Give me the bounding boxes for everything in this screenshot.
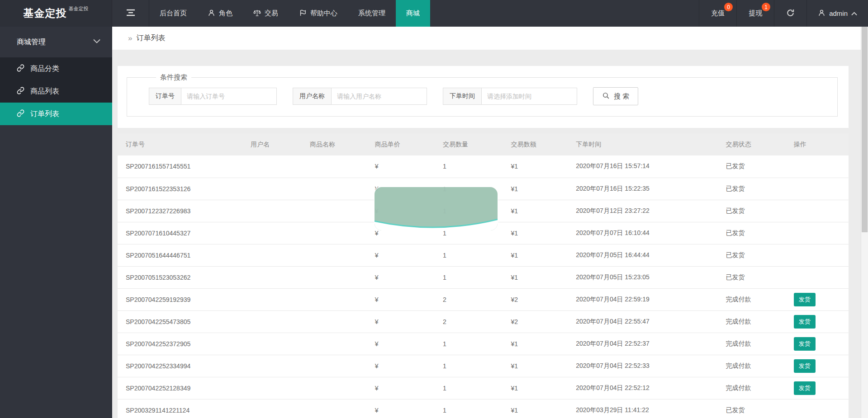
content-area: 条件搜索 订单号 用户名称 下单时间 [112, 50, 868, 418]
cell-amount: ¥1 [511, 333, 576, 355]
ship-button[interactable]: 发货 [794, 337, 816, 351]
withdraw-label: 提现 [749, 9, 762, 18]
top-navbar: 基金定投 基金定投 后台首页 角色 [0, 0, 868, 27]
nav-item-roles[interactable]: 角色 [197, 0, 243, 27]
orders-panel: 订单号 用户名 商品名称 商品单价 交易数量 交易数额 下单时间 交易状态 操作… [118, 133, 849, 418]
cell-unit-price: ¥ [375, 377, 443, 399]
ship-button[interactable]: 发货 [794, 315, 816, 329]
nav-item-dashboard[interactable]: 后台首页 [149, 0, 197, 27]
search-icon [602, 92, 610, 101]
col-header-order-time: 下单时间 [576, 133, 726, 155]
cell-order-time: 2020年07月12日 23:27:22 [576, 200, 726, 222]
cell-status: 已发货 [726, 200, 793, 222]
order-time-input[interactable] [481, 88, 577, 105]
table-row: SP2007071610445327 ¥ 1 ¥1 2020年07月07日 16… [118, 222, 849, 244]
cell-status: 已发货 [726, 399, 793, 418]
cell-amount: ¥1 [511, 222, 576, 244]
search-fieldset: 条件搜索 订单号 用户名称 下单时间 [127, 73, 838, 117]
nav-item-label: 角色 [219, 9, 232, 18]
cell-status: 完成付款 [726, 310, 793, 333]
col-header-product-name: 商品名称 [310, 133, 375, 155]
table-row: SP2007042252334994 ¥ 1 ¥1 2020年07月04日 22… [118, 355, 849, 377]
cell-amount: ¥1 [511, 377, 576, 399]
cell-quantity: 1 [443, 355, 511, 377]
order-no-input[interactable] [181, 88, 277, 105]
sidebar-submenu: 商品分类 商品列表 订单列表 [0, 57, 112, 125]
cell-username [251, 244, 310, 266]
table-row: SP2007042252128349 ¥ 1 ¥1 2020年07月04日 22… [118, 377, 849, 399]
page-title: 订单列表 [136, 33, 165, 43]
cell-amount: ¥1 [511, 155, 576, 178]
cell-status: 完成付款 [726, 355, 793, 377]
cell-username [251, 377, 310, 399]
cell-actions [794, 178, 849, 200]
search-button[interactable]: 搜 索 [593, 87, 638, 105]
cell-status: 完成付款 [726, 377, 793, 399]
ship-button[interactable]: 发货 [794, 381, 816, 395]
refresh-button[interactable] [774, 0, 806, 27]
breadcrumb: » 订单列表 [112, 27, 868, 50]
nav-item-mall[interactable]: 商城 [396, 0, 430, 27]
ship-button[interactable]: 发货 [794, 293, 816, 306]
link-icon [17, 109, 24, 119]
sidebar-group-label: 商城管理 [17, 38, 46, 47]
sidebar-item-order-list[interactable]: 订单列表 [0, 103, 112, 125]
cell-order-no: SP2003291141221124 [118, 399, 251, 418]
sidebar-item-product-list[interactable]: 商品列表 [0, 80, 112, 103]
app-window: 基金定投 基金定投 后台首页 角色 [0, 0, 868, 418]
nav-item-trade[interactable]: 交易 [243, 0, 289, 27]
cell-amount: ¥2 [511, 310, 576, 333]
recharge-button[interactable]: 充值 0 [699, 0, 736, 27]
recharge-badge: 0 [724, 3, 733, 11]
scrollbar-thumb[interactable] [862, 27, 868, 232]
cell-order-no: SP2007051644446751 [118, 244, 251, 266]
sidebar-item-product-categories[interactable]: 商品分类 [0, 57, 112, 80]
orders-table: 订单号 用户名 商品名称 商品单价 交易数量 交易数额 下单时间 交易状态 操作… [118, 133, 849, 418]
cell-order-no: SP2007161557145551 [118, 155, 251, 178]
logo-text: 基金定投 [24, 6, 67, 20]
user-icon [818, 9, 825, 18]
sidebar-item-label: 商品列表 [30, 87, 59, 96]
cell-actions [794, 200, 849, 222]
cell-username [251, 399, 310, 418]
cell-order-time: 2020年07月16日 15:22:35 [576, 178, 726, 200]
cell-quantity: 1 [443, 200, 511, 222]
cell-actions [794, 399, 849, 418]
username-input[interactable] [331, 88, 427, 105]
cell-actions [794, 266, 849, 288]
table-row: SP2007051644446751 ¥ 1 ¥1 2020年07月05日 16… [118, 244, 849, 266]
cell-actions [794, 155, 849, 178]
cell-order-time: 2020年07月04日 22:52:12 [576, 377, 726, 399]
cell-order-time: 2020年07月04日 22:52:33 [576, 355, 726, 377]
vertical-scrollbar[interactable] [861, 27, 868, 418]
order-no-field-label: 订单号 [149, 88, 181, 105]
order-time-field-group: 下单时间 [443, 88, 577, 105]
sidebar-toggle-button[interactable] [112, 0, 149, 27]
cell-amount: ¥1 [511, 399, 576, 418]
cell-product-name [310, 266, 375, 288]
nav-item-system[interactable]: 系统管理 [348, 0, 396, 27]
breadcrumb-arrow-icon: » [128, 34, 132, 43]
cell-product-name [310, 355, 375, 377]
cell-actions: 发货 [794, 377, 849, 399]
cell-status: 完成付款 [726, 288, 793, 310]
recharge-label: 充值 [711, 9, 725, 18]
nav-item-label: 帮助中心 [310, 9, 337, 18]
user-menu[interactable]: admin [806, 0, 868, 27]
cell-order-no: SP2007042259192939 [118, 288, 251, 310]
search-panel: 条件搜索 订单号 用户名称 下单时间 [118, 66, 849, 128]
username: admin [829, 9, 848, 17]
sidebar-group-mall-management[interactable]: 商城管理 [0, 27, 112, 57]
nav-item-label: 后台首页 [160, 9, 187, 18]
ship-button[interactable]: 发货 [794, 359, 816, 373]
cell-product-name [310, 310, 375, 333]
cell-amount: ¥1 [511, 266, 576, 288]
flag-icon [299, 9, 307, 18]
cell-status: 已发货 [726, 222, 793, 244]
nav-item-help-center[interactable]: 帮助中心 [289, 0, 348, 27]
cell-amount: ¥1 [511, 178, 576, 200]
cell-unit-price: ¥ [375, 399, 443, 418]
table-row: SP2003291141221124 ¥ 1 ¥1 2020年03月29日 11… [118, 399, 849, 418]
withdraw-button[interactable]: 提现 1 [736, 0, 774, 27]
cell-amount: ¥2 [511, 288, 576, 310]
